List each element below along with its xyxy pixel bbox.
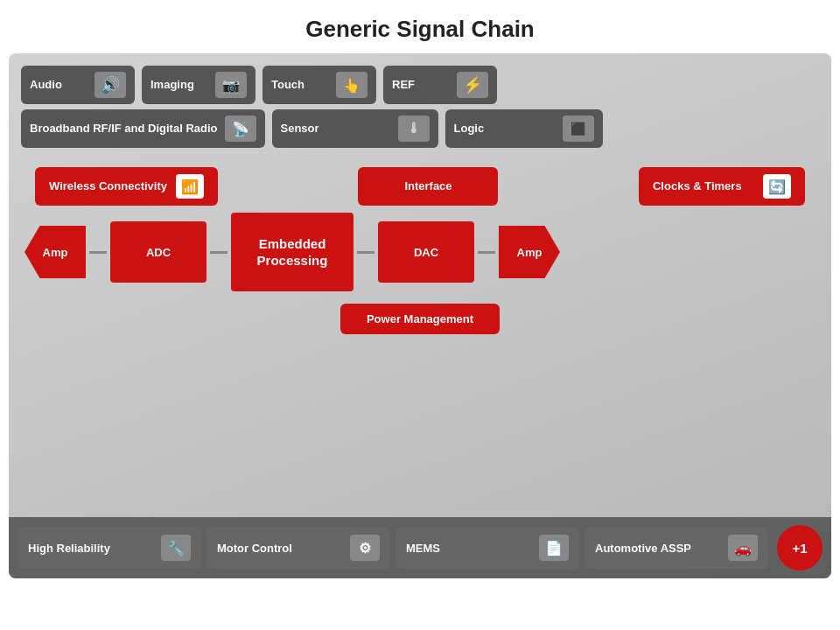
bottom-item-mems[interactable]: MEMS [396, 527, 579, 569]
sensor-icon [398, 116, 430, 142]
bottom-item-high-reliability[interactable]: High Reliability [18, 527, 201, 569]
top-bar-row2: Broadband RF/IF and Digital Radio Sensor… [9, 104, 831, 148]
embedded-label: Embedded Processing [257, 235, 328, 270]
connector3 [357, 251, 374, 254]
adc-shape[interactable]: ADC [110, 221, 206, 283]
amp2-label: Amp [517, 246, 542, 259]
main-area: Audio Imaging Touch REF Broadband RF/IF … [9, 53, 831, 578]
touch-label: Touch [271, 78, 329, 92]
embedded-processing-shape[interactable]: Embedded Processing [231, 213, 354, 291]
automotive-label: Automotive ASSP [595, 542, 691, 555]
logic-icon [563, 116, 594, 142]
motor-control-label: Motor Control [217, 542, 292, 555]
top-item-imaging[interactable]: Imaging [142, 66, 256, 104]
power-management-button[interactable]: Power Management [340, 304, 500, 334]
radio-icon [225, 116, 256, 142]
dac-shape[interactable]: DAC [378, 221, 474, 283]
bottom-bar: High Reliability Motor Control MEMS Auto… [9, 517, 831, 578]
wifi-icon [176, 174, 204, 199]
sensor-label: Sensor [281, 122, 391, 136]
top-item-ref[interactable]: REF [383, 66, 497, 104]
top-bar-row1: Audio Imaging Touch REF [9, 53, 831, 104]
wireless-label: Wireless Connectivity [49, 179, 167, 194]
tool-icon [161, 535, 191, 561]
top-item-audio[interactable]: Audio [21, 66, 135, 104]
interface-button[interactable]: Interface [358, 167, 498, 206]
signal-chain-row: Amp ADC Embedded Processing DAC Amp [9, 213, 831, 291]
connector1 [89, 251, 107, 254]
ref-icon [457, 72, 488, 98]
mems-label: MEMS [406, 542, 440, 555]
connector2 [210, 251, 228, 254]
clocks-timers-button[interactable]: Clocks & Timers [639, 167, 805, 206]
broadband-label: Broadband RF/IF and Digital Radio [30, 122, 218, 136]
gear-icon [350, 535, 380, 561]
imaging-label: Imaging [150, 78, 208, 92]
camera-icon [215, 72, 247, 98]
connector4 [478, 251, 495, 254]
top-item-broadband[interactable]: Broadband RF/IF and Digital Radio [21, 109, 265, 148]
page-title: Generic Signal Chain [0, 0, 840, 53]
dac-label: DAC [414, 246, 438, 259]
wireless-connectivity-button[interactable]: Wireless Connectivity [35, 167, 218, 206]
speaker-icon [94, 72, 126, 98]
top-item-sensor[interactable]: Sensor [272, 109, 438, 148]
power-management-label: Power Management [367, 312, 473, 326]
bottom-item-motor-control[interactable]: Motor Control [206, 527, 390, 569]
ref-label: REF [392, 78, 450, 92]
high-reliability-label: High Reliability [28, 542, 110, 555]
amp1-label: Amp [43, 246, 68, 259]
amp1-shape[interactable]: Amp [24, 226, 86, 278]
bottom-item-automotive[interactable]: Automotive ASSP [584, 527, 768, 569]
plus-button[interactable]: +1 [777, 525, 822, 570]
logic-label: Logic [454, 122, 556, 136]
amp2-shape[interactable]: Amp [499, 226, 560, 278]
mems-icon [539, 535, 569, 561]
above-signal-row: Wireless Connectivity Interface Clocks &… [9, 148, 831, 213]
below-label-row: Power Management [9, 304, 831, 334]
audio-label: Audio [30, 78, 88, 92]
top-item-logic[interactable]: Logic [445, 109, 603, 148]
top-item-touch[interactable]: Touch [262, 66, 376, 104]
clocks-label: Clocks & Timers [653, 179, 742, 194]
adc-label: ADC [146, 246, 171, 259]
plus-label: +1 [792, 541, 807, 556]
clock-icon [763, 174, 791, 199]
car-icon [728, 535, 758, 561]
interface-label: Interface [404, 179, 452, 194]
touch-icon [336, 72, 368, 98]
